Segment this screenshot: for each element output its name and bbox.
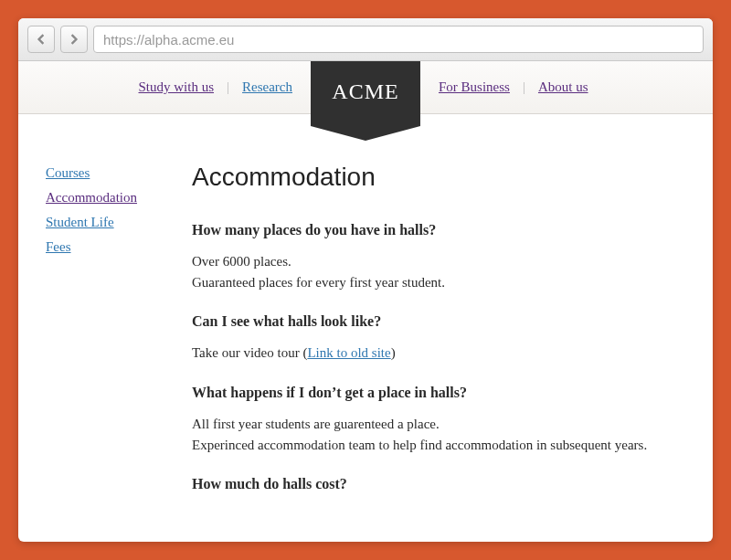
faq-question: What happens if I don’t get a place in h…: [192, 383, 676, 403]
top-nav-right: For Business | About us: [439, 79, 588, 95]
video-tour-link[interactable]: Link to old site: [307, 345, 390, 360]
faq-answer-line: Guaranteed places for every first year s…: [192, 273, 676, 291]
answer-text: ): [391, 345, 396, 360]
site-logo[interactable]: ACME: [311, 61, 420, 126]
faq-question: Can I see what halls look like?: [192, 312, 676, 332]
nav-study-with-us[interactable]: Study with us: [139, 79, 215, 95]
nav-separator: |: [523, 79, 525, 95]
sidebar-item-accommodation[interactable]: Accommodation: [46, 190, 192, 206]
sidebar-item-fees[interactable]: Fees: [46, 239, 192, 255]
nav-research[interactable]: Research: [242, 79, 292, 95]
sidebar: Courses Accommodation Student Life Fees: [46, 160, 192, 542]
faq-question: How much do halls cost?: [192, 474, 676, 494]
top-nav-left: Study with us | Research: [139, 79, 293, 95]
chevron-left-icon: [36, 34, 47, 45]
forward-button[interactable]: [60, 26, 88, 53]
back-button[interactable]: [27, 26, 55, 53]
faq-answer-line: Over 6000 places.: [192, 252, 676, 270]
faq-question: How many places do you have in halls?: [192, 220, 676, 240]
faq-answer-line: Take our video tour (Link to old site): [192, 343, 676, 362]
answer-text: Take our video tour (: [192, 345, 307, 360]
browser-window: https://alpha.acme.eu Study with us | Re…: [18, 18, 713, 542]
content-area: Courses Accommodation Student Life Fees …: [18, 114, 713, 542]
faq-answer-line: Experinced accommodation team to help fi…: [192, 436, 676, 454]
top-nav: Study with us | Research ACME For Busine…: [18, 61, 713, 114]
browser-chrome: https://alpha.acme.eu: [18, 18, 713, 61]
sidebar-item-student-life[interactable]: Student Life: [46, 215, 192, 230]
chevron-right-icon: [69, 34, 79, 45]
url-bar[interactable]: https://alpha.acme.eu: [93, 26, 704, 53]
page-title: Accommodation: [192, 160, 676, 195]
nav-for-business[interactable]: For Business: [439, 79, 510, 95]
main-content: Accommodation How many places do you hav…: [192, 160, 685, 542]
nav-about-us[interactable]: About us: [538, 79, 588, 95]
faq-answer-line: All first year students are guarenteed a…: [192, 415, 676, 433]
sidebar-item-courses[interactable]: Courses: [46, 165, 192, 181]
nav-separator: |: [227, 79, 229, 95]
